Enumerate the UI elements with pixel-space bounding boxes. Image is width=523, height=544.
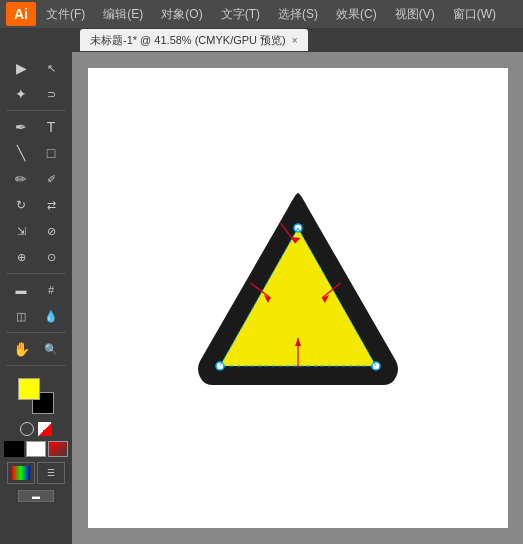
lasso-tool[interactable]: ⊃ — [37, 82, 65, 106]
color-mode-icon[interactable] — [7, 462, 35, 484]
zoom-tool[interactable]: 🔍 — [37, 337, 65, 361]
tab-bar: 未标题-1* @ 41.58% (CMYK/GPU 预览) × — [0, 28, 523, 52]
reflect-tool[interactable]: ⇄ — [37, 193, 65, 217]
tool-separator-3 — [6, 332, 66, 333]
rotate-tool[interactable]: ↻ — [7, 193, 35, 217]
ai-logo: Ai — [6, 2, 36, 26]
symbol-tool[interactable]: ⊙ — [37, 245, 65, 269]
none-fill-icon[interactable] — [20, 422, 34, 436]
menu-text[interactable]: 文字(T) — [217, 4, 264, 25]
menu-file[interactable]: 文件(F) — [42, 4, 89, 25]
menu-object[interactable]: 对象(O) — [157, 4, 206, 25]
black-swatch[interactable] — [4, 441, 24, 457]
menu-effect[interactable]: 效果(C) — [332, 4, 381, 25]
pen-tool[interactable]: ✒ — [7, 115, 35, 139]
warning-sign-svg — [178, 183, 418, 413]
white-swatch[interactable] — [26, 441, 46, 457]
title-bar: Ai 文件(F) 编辑(E) 对象(O) 文字(T) 选择(S) 效果(C) 视… — [0, 0, 523, 28]
blend-tool[interactable]: ⊕ — [7, 245, 35, 269]
tool-separator-4 — [6, 365, 66, 366]
line-tool[interactable]: ╲ — [7, 141, 35, 165]
pencil-tool[interactable]: ✐ — [37, 167, 65, 191]
mesh-tool[interactable]: # — [37, 278, 65, 302]
main-area: ▶ ↖ ✦ ⊃ ✒ T ╲ □ ✏ ✐ ↻ ⇄ ⇲ ⊘ ⊕ ⊙ — [0, 52, 523, 544]
tool-separator-1 — [6, 110, 66, 111]
shear-tool[interactable]: ⊘ — [37, 219, 65, 243]
menu-view[interactable]: 视图(V) — [391, 4, 439, 25]
fg-bg-colors[interactable] — [18, 378, 54, 414]
gradient-tool[interactable]: ◫ — [7, 304, 35, 328]
menu-select[interactable]: 选择(S) — [274, 4, 322, 25]
rect-tool[interactable]: □ — [37, 141, 65, 165]
scale-tool[interactable]: ⇲ — [7, 219, 35, 243]
document-tab[interactable]: 未标题-1* @ 41.58% (CMYK/GPU 预览) × — [80, 29, 308, 51]
warning-sign-container — [178, 183, 418, 413]
layer-icon[interactable]: ▬ — [18, 490, 54, 502]
direct-select-tool[interactable]: ↖ — [37, 56, 65, 80]
magic-wand-tool[interactable]: ✦ — [7, 82, 35, 106]
menu-bar: 文件(F) 编辑(E) 对象(O) 文字(T) 选择(S) 效果(C) 视图(V… — [42, 4, 500, 25]
none-swatch[interactable] — [48, 441, 68, 457]
graph-tool[interactable]: ▬ — [7, 278, 35, 302]
color-area: ☰ ▬ — [0, 370, 72, 506]
tab-close-button[interactable]: × — [292, 35, 298, 46]
eyedropper-tool[interactable]: 💧 — [37, 304, 65, 328]
menu-window[interactable]: 窗口(W) — [449, 4, 500, 25]
swap-colors-icon[interactable] — [38, 422, 52, 436]
canvas-area[interactable]: 软件巨字网 WWW.RJZXW.COM — [72, 52, 523, 544]
toolbar: ▶ ↖ ✦ ⊃ ✒ T ╲ □ ✏ ✐ ↻ ⇄ ⇲ ⊘ ⊕ ⊙ — [0, 52, 72, 544]
type-tool[interactable]: T — [37, 115, 65, 139]
tab-label: 未标题-1* @ 41.58% (CMYK/GPU 预览) — [90, 33, 286, 48]
menu-edit[interactable]: 编辑(E) — [99, 4, 147, 25]
select-tool[interactable]: ▶ — [7, 56, 35, 80]
appearance-icon[interactable]: ☰ — [37, 462, 65, 484]
hand-tool[interactable]: ✋ — [7, 337, 35, 361]
canvas-document: 软件巨字网 WWW.RJZXW.COM — [88, 68, 508, 528]
foreground-color-swatch[interactable] — [18, 378, 40, 400]
tool-separator-2 — [6, 273, 66, 274]
paintbrush-tool[interactable]: ✏ — [7, 167, 35, 191]
